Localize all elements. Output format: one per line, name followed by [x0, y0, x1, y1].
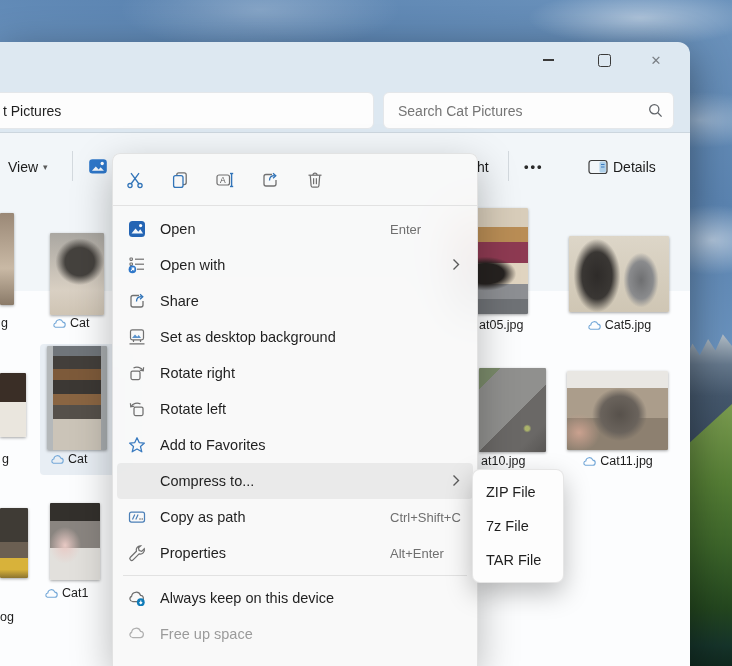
submenu-item-7z-file[interactable]: 7z File: [473, 509, 563, 543]
file-label: g: [1, 316, 8, 330]
file-label: og: [0, 610, 14, 624]
share-button[interactable]: [252, 162, 288, 198]
menu-items: Open Enter Open with Share Set as deskto…: [113, 206, 477, 652]
search-input[interactable]: [384, 102, 648, 120]
menu-item-label: Open with: [160, 257, 225, 273]
wallpaper-hill: [686, 404, 732, 666]
menu-item-copy-as-path[interactable]: Copy as path Ctrl+Shift+C: [117, 499, 473, 535]
delete-button[interactable]: [297, 162, 333, 198]
file-label: Cat: [50, 452, 87, 466]
file-label: Cat5.jpg: [569, 318, 669, 332]
clipped-toolbar-button[interactable]: ht: [477, 133, 489, 200]
search-box[interactable]: [383, 92, 674, 129]
menu-item-label: Copy as path: [160, 509, 245, 525]
share-icon: [260, 170, 280, 190]
submenu-item-label: ZIP File: [486, 484, 536, 500]
copy-icon: [170, 170, 190, 190]
cloud-download-icon: [127, 588, 147, 608]
menu-item-rotate-right[interactable]: Rotate right: [117, 355, 473, 391]
copy-path-icon: [127, 507, 147, 527]
chevron-right-icon: [452, 258, 460, 271]
rotate-right-icon: [127, 363, 147, 383]
set-background-button[interactable]: [87, 133, 109, 200]
menu-item-shortcut: Enter: [390, 222, 421, 237]
file-thumbnail-selected[interactable]: [47, 346, 107, 450]
wrench-icon: [127, 543, 147, 563]
maximize-button[interactable]: [584, 46, 624, 74]
details-button[interactable]: Details: [588, 133, 656, 200]
menu-item-label: Free up space: [160, 626, 253, 642]
menu-item-free-up-space[interactable]: Free up space: [117, 616, 473, 652]
submenu-item-label: TAR File: [486, 552, 541, 568]
submenu-item-label: 7z File: [486, 518, 529, 534]
search-icon: [648, 103, 663, 118]
close-icon: ✕: [651, 54, 662, 67]
onedrive-cloud-icon: [52, 318, 66, 329]
onedrive-cloud-icon: [50, 454, 64, 465]
menu-divider: [123, 575, 467, 576]
address-text: t Pictures: [0, 103, 61, 119]
onedrive-cloud-icon: [587, 320, 601, 331]
menu-item-label: Add to Favorites: [160, 437, 266, 453]
cloud-icon: [127, 624, 147, 644]
ellipsis-icon: •••: [524, 159, 544, 174]
menu-item-label: Set as desktop background: [160, 329, 336, 345]
menu-item-add-to-favorites[interactable]: Add to Favorites: [117, 427, 473, 463]
chevron-down-icon: ▾: [43, 162, 48, 172]
file-thumbnail[interactable]: [50, 503, 100, 580]
toolbar-divider: [508, 151, 509, 181]
file-label: Cat11.jpg: [567, 454, 668, 468]
chevron-right-icon: [452, 474, 460, 487]
see-more-button[interactable]: •••: [524, 133, 544, 200]
copy-button[interactable]: [162, 162, 198, 198]
file-thumbnail[interactable]: [479, 368, 546, 452]
menu-item-open-with[interactable]: Open with: [117, 247, 473, 283]
menu-item-label: Open: [160, 221, 195, 237]
file-label: Cat1: [44, 586, 88, 600]
view-label: View: [8, 159, 38, 175]
context-menu: A Open Enter Open with Share Set as desk…: [112, 153, 478, 666]
cut-icon: [125, 170, 145, 190]
menu-item-share[interactable]: Share: [117, 283, 473, 319]
rename-icon: A: [215, 170, 235, 190]
close-button[interactable]: ✕: [636, 46, 676, 74]
menu-item-properties[interactable]: Properties Alt+Enter: [117, 535, 473, 571]
open-with-icon: [127, 255, 147, 275]
onedrive-cloud-icon: [44, 588, 58, 599]
menu-item-label: Compress to...: [160, 473, 254, 489]
photo-icon: [127, 219, 147, 239]
menu-item-shortcut: Ctrl+Shift+C: [390, 510, 461, 525]
menu-item-open[interactable]: Open Enter: [117, 211, 473, 247]
menu-item-label: Always keep on this device: [160, 590, 334, 606]
minimize-button[interactable]: [528, 46, 568, 74]
menu-item-label: Properties: [160, 545, 226, 561]
rename-button[interactable]: A: [207, 162, 243, 198]
cut-button[interactable]: [117, 162, 153, 198]
share-icon: [127, 291, 147, 311]
compress-submenu: ZIP File 7z File TAR File: [472, 469, 564, 583]
file-thumbnail[interactable]: [569, 236, 669, 312]
quick-actions-row: A: [113, 154, 477, 205]
menu-item-rotate-left[interactable]: Rotate left: [117, 391, 473, 427]
menu-item-shortcut: Alt+Enter: [390, 546, 444, 561]
minimize-icon: [543, 59, 554, 60]
desktop-background-icon: [127, 327, 147, 347]
menu-item-set-as-desktop-background[interactable]: Set as desktop background: [117, 319, 473, 355]
file-thumbnail[interactable]: [50, 233, 104, 315]
clipped-button-label: ht: [477, 159, 489, 175]
toolbar-divider: [72, 151, 73, 181]
submenu-item-zip-file[interactable]: ZIP File: [473, 475, 563, 509]
file-thumbnail[interactable]: [0, 213, 14, 305]
svg-text:A: A: [220, 175, 226, 185]
address-bar[interactable]: t Pictures: [0, 92, 374, 129]
file-label: g: [2, 452, 9, 466]
menu-item-always-keep-on-this-device[interactable]: Always keep on this device: [117, 580, 473, 616]
submenu-item-tar-file[interactable]: TAR File: [473, 543, 563, 577]
file-thumbnail[interactable]: [0, 373, 26, 437]
menu-item-label: Share: [160, 293, 199, 309]
details-pane-icon: [588, 159, 608, 175]
view-button[interactable]: View ▾: [8, 133, 48, 200]
menu-item-compress-to[interactable]: Compress to...: [117, 463, 473, 499]
file-thumbnail[interactable]: [567, 371, 668, 450]
file-thumbnail[interactable]: [0, 508, 28, 578]
